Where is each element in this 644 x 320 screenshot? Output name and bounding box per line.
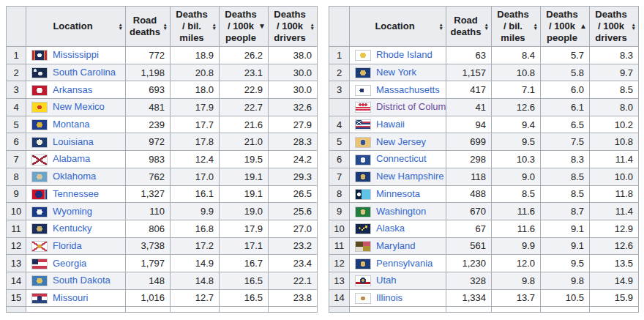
deaths-per-100k-drivers-column-header[interactable]: Deaths / 100k drivers ▲▼	[590, 7, 639, 47]
table-row: 9 Tennessee 1,327 16.1 19.1 26.5	[7, 185, 318, 203]
state-link[interactable]: Wyoming	[53, 206, 92, 217]
flag-icon-wyoming	[31, 206, 48, 217]
table-row: 7 Alabama 983 12.4 19.5 24.2	[7, 151, 318, 168]
location-cell: Utah	[350, 272, 446, 289]
rank-cell: 9	[329, 203, 350, 220]
state-link[interactable]: Arkansas	[53, 84, 92, 95]
state-link[interactable]: Georgia	[53, 258, 86, 269]
sort-both-icon[interactable]: ▲▼	[533, 23, 538, 30]
state-link[interactable]: Maryland	[376, 240, 415, 251]
table-body: 1 Mississippi 772 18.9 26.2 38.0 2 South…	[7, 47, 318, 307]
deaths-per-100k-people-cell: 19.5	[220, 151, 269, 168]
deaths-per-100k-people-cell: 9.1	[541, 220, 590, 237]
road-deaths-cell: 772	[126, 47, 171, 64]
deaths-per-100k-drivers-cell: 30.0	[269, 64, 318, 81]
state-link[interactable]: Oklahoma	[53, 171, 96, 182]
rank-cell: 11	[329, 237, 350, 255]
sort-descending-icon[interactable]: ▼	[258, 23, 266, 30]
sort-both-icon[interactable]: ▲▼	[632, 23, 636, 30]
sort-both-icon[interactable]: ▲▼	[119, 23, 123, 30]
location-cell: New Mexico	[26, 99, 126, 116]
location-cell: Connecticut	[350, 151, 446, 168]
deaths-per-100k-people-column-header[interactable]: Deaths / 100k people ▲	[541, 7, 590, 47]
sort-both-icon[interactable]: ▲▼	[310, 23, 315, 30]
road-deaths-column-header[interactable]: Road deaths ▲▼	[446, 7, 492, 47]
deaths-per-bil-miles-column-header[interactable]: Deaths / bil. miles ▲▼	[171, 7, 220, 47]
state-link[interactable]: New Hampshire	[376, 171, 443, 182]
deaths-per-100k-drivers-column-header[interactable]: Deaths / 100k drivers ▲▼	[269, 7, 318, 47]
flag-icon-missouri	[31, 293, 48, 304]
state-link[interactable]: Pennsylvania	[376, 258, 433, 269]
location-cell: Louisiana	[26, 133, 126, 151]
location-cell: Tennessee	[26, 185, 126, 203]
state-link[interactable]: Mississippi	[53, 49, 99, 60]
deaths-per-bil-miles-column-header[interactable]: Deaths / bil. miles ▲▼	[492, 7, 541, 47]
deaths-per-bil-miles-cell: 14.8	[171, 272, 220, 289]
location-column-header[interactable]: Location ▲▼	[26, 7, 126, 47]
state-link[interactable]: Connecticut	[376, 153, 427, 164]
state-link[interactable]: South Dakota	[53, 275, 111, 286]
deaths-per-100k-drivers-cell: 23.8	[269, 289, 318, 307]
sort-both-icon[interactable]: ▲▼	[484, 23, 489, 30]
road-deaths-cell: 488	[446, 185, 492, 203]
table-lowest-death-rates: Location ▲▼ Road deaths ▲▼ Deaths / bil.…	[329, 6, 639, 313]
flag-icon-oklahoma	[31, 171, 48, 182]
state-link[interactable]: South Carolina	[53, 67, 116, 78]
deaths-per-100k-drivers-cell: 12.6	[590, 237, 639, 255]
state-link[interactable]: Rhode Island	[376, 49, 433, 60]
deaths-per-100k-people-column-header[interactable]: Deaths / 100k people ▼	[220, 7, 269, 47]
rank-cell: 2	[329, 64, 350, 81]
rank-cell: 3	[7, 81, 26, 99]
deaths-per-100k-drivers-cell: 10.2	[590, 116, 639, 133]
state-link[interactable]: Missouri	[53, 292, 88, 303]
location-cell: New Jersey	[350, 133, 446, 151]
flag-icon-kentucky	[31, 223, 48, 234]
deaths-per-100k-people-cell: 7.5	[541, 133, 590, 151]
location-cell: Missouri	[26, 289, 126, 307]
state-link[interactable]: Alaska	[376, 223, 405, 234]
sort-ascending-icon[interactable]: ▲	[580, 23, 587, 30]
state-link[interactable]: Utah	[376, 275, 396, 286]
flag-icon-connecticut	[355, 155, 371, 165]
flag-icon-massachusetts	[355, 85, 371, 96]
state-link[interactable]: Massachusetts	[376, 84, 440, 95]
location-cell: New Hampshire	[350, 168, 446, 185]
state-link[interactable]: Montana	[53, 119, 90, 130]
road-deaths-cell: 972	[126, 133, 171, 151]
sort-both-icon[interactable]: ▲▼	[163, 23, 168, 30]
table-row: 2 South Carolina 1,198 20.8 23.1 30.0	[7, 64, 318, 81]
deaths-per-bil-miles-cell: 12.4	[171, 151, 220, 168]
location-column-label: Location	[53, 21, 92, 32]
state-link[interactable]: New Jersey	[376, 136, 426, 147]
deaths-per-100k-drivers-cell: 13.5	[590, 255, 639, 272]
state-link[interactable]: Louisiana	[53, 136, 94, 147]
state-link[interactable]: New Mexico	[53, 101, 105, 112]
state-link[interactable]: Kentucky	[53, 223, 91, 234]
state-link[interactable]: New York	[376, 67, 416, 78]
deaths-per-100k-people-cell: 5.8	[541, 64, 590, 81]
state-link[interactable]: Tennessee	[53, 188, 99, 199]
sort-both-icon[interactable]: ▲▼	[439, 23, 443, 30]
flag-icon-washington	[355, 206, 371, 217]
sort-both-icon[interactable]: ▲▼	[212, 23, 217, 30]
location-cell: Pennsylvania	[350, 255, 446, 272]
rank-cell: 6	[329, 151, 350, 168]
state-link[interactable]: Minnesota	[376, 188, 420, 199]
road-deaths-column-header[interactable]: Road deaths ▲▼	[126, 7, 171, 47]
road-deaths-cell: 417	[446, 81, 492, 99]
state-link[interactable]: District of Columbia	[376, 101, 446, 112]
table-row: 8 Minnesota 488 8.5 8.5 11.8	[329, 185, 639, 203]
rank-cell: 12	[329, 255, 350, 272]
location-cell: Maryland	[350, 237, 446, 255]
deaths-per-100k-drivers-cell: 23.4	[269, 255, 318, 272]
state-link[interactable]: Alabama	[53, 153, 90, 164]
flag-icon-georgia	[31, 258, 48, 269]
state-link[interactable]: Florida	[53, 240, 82, 251]
location-column-header[interactable]: Location ▲▼	[350, 7, 446, 47]
state-link[interactable]: Washington	[376, 206, 426, 217]
deaths-per-bil-miles-cell: 9.8	[492, 272, 541, 289]
state-link[interactable]: Hawaii	[376, 119, 405, 130]
deaths-per-100k-people-cell: 8.5	[541, 168, 590, 185]
state-link[interactable]: Illinois	[376, 292, 402, 303]
road-deaths-cell: 41	[446, 99, 492, 116]
